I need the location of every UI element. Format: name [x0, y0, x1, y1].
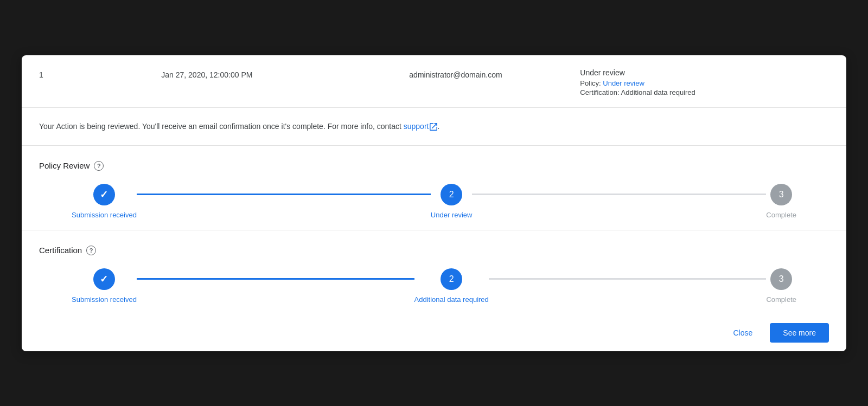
info-message-before: Your Action is being reviewed. You'll re…: [39, 122, 404, 131]
cert-step-2-circle: 2: [441, 268, 462, 290]
policy-step-2-circle: 2: [441, 184, 462, 205]
submission-date: Jan 27, 2020, 12:00:00 PM: [82, 68, 331, 79]
policy-step-2: 2 Under review: [431, 184, 473, 219]
footer: Close See more: [22, 314, 846, 351]
cert-step-1: ✓ Submission received: [72, 268, 137, 304]
policy-step-3: 3 Complete: [766, 184, 796, 219]
policy-step-2-label: Under review: [431, 211, 473, 219]
certification-help-icon[interactable]: ?: [86, 246, 96, 255]
certification-label: Certification:: [580, 88, 619, 96]
see-more-button[interactable]: See more: [770, 323, 829, 343]
row-number: 1: [39, 68, 82, 79]
check-icon: ✓: [100, 189, 108, 201]
policy-status: Policy: Under review: [580, 79, 829, 87]
policy-step-2-number: 2: [449, 190, 454, 199]
certification-title: Certification ?: [39, 246, 829, 255]
policy-step-1: ✓ Submission received: [72, 184, 137, 219]
policy-review-section: Policy Review ? ✓ Submission received 2 …: [22, 146, 846, 230]
policy-step-3-number: 3: [779, 190, 784, 199]
policy-step-1-label: Submission received: [72, 211, 137, 219]
policy-label: Policy:: [580, 79, 601, 87]
info-section: Your Action is being reviewed. You'll re…: [22, 108, 846, 146]
cert-step-3-number: 3: [779, 274, 784, 284]
cert-step-3-label: Complete: [766, 295, 796, 304]
policy-connector-2: [472, 194, 766, 195]
external-link-icon: [430, 123, 437, 131]
info-message-after: .: [437, 122, 439, 131]
status-column: Under review Policy: Under review Certif…: [580, 68, 829, 96]
certification-stepper: ✓ Submission received 2 Additional data …: [39, 268, 829, 304]
policy-review-stepper: ✓ Submission received 2 Under review 3 C…: [39, 184, 829, 219]
cert-step-1-circle: ✓: [93, 268, 115, 290]
policy-review-help-icon[interactable]: ?: [94, 161, 104, 171]
policy-link[interactable]: Under review: [603, 79, 644, 87]
policy-review-title: Policy Review ?: [39, 161, 829, 171]
cert-step-3: 3 Complete: [766, 268, 796, 304]
policy-step-3-circle: 3: [770, 184, 792, 205]
cert-connector-2: [489, 278, 767, 280]
cert-check-icon: ✓: [100, 273, 108, 285]
cert-step-3-circle: 3: [770, 268, 792, 290]
cert-step-1-label: Submission received: [72, 295, 137, 304]
policy-connector-1: [137, 194, 431, 195]
certification-value: Additional data required: [621, 88, 695, 96]
policy-step-1-circle: ✓: [93, 184, 115, 205]
certification-section: Certification ? ✓ Submission received 2 …: [22, 230, 846, 314]
cert-step-2-number: 2: [449, 274, 454, 284]
support-link[interactable]: support: [404, 122, 429, 131]
cert-step-2-label: Additional data required: [414, 295, 489, 304]
submitter-email: administrator@domain.com: [331, 68, 580, 79]
close-button[interactable]: Close: [725, 323, 762, 343]
header-row: 1 Jan 27, 2020, 12:00:00 PM administrato…: [22, 55, 846, 108]
cert-connector-1: [137, 278, 414, 280]
cert-step-2: 2 Additional data required: [414, 268, 489, 304]
policy-step-3-label: Complete: [766, 211, 796, 219]
certification-status: Certification: Additional data required: [580, 88, 829, 96]
main-dialog: 1 Jan 27, 2020, 12:00:00 PM administrato…: [22, 55, 846, 351]
status-title: Under review: [580, 68, 829, 77]
